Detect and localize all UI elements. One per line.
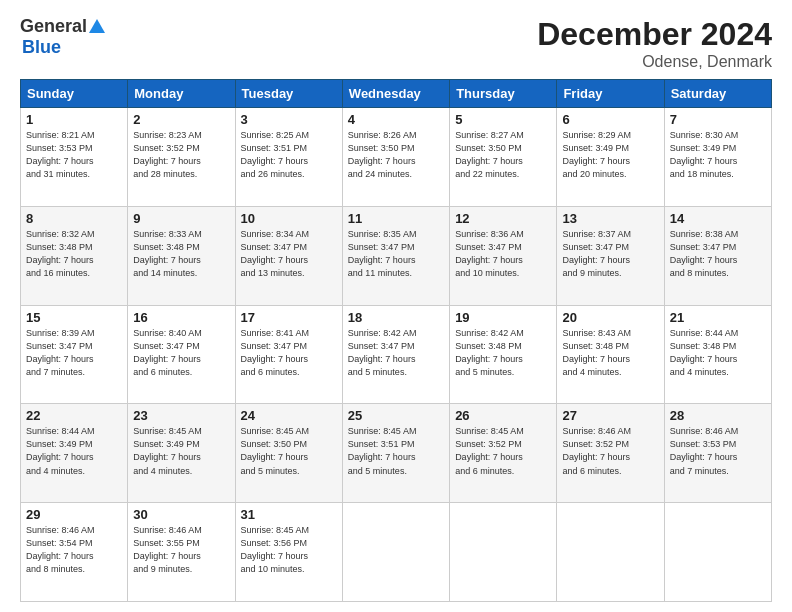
cell-info: Sunrise: 8:45 AMSunset: 3:50 PMDaylight:… — [241, 425, 337, 477]
col-monday: Monday — [128, 80, 235, 108]
calendar-cell: 5Sunrise: 8:27 AMSunset: 3:50 PMDaylight… — [450, 108, 557, 207]
calendar-cell: 11Sunrise: 8:35 AMSunset: 3:47 PMDayligh… — [342, 206, 449, 305]
day-number: 7 — [670, 112, 766, 127]
col-sunday: Sunday — [21, 80, 128, 108]
cell-info: Sunrise: 8:41 AMSunset: 3:47 PMDaylight:… — [241, 327, 337, 379]
calendar-cell: 16Sunrise: 8:40 AMSunset: 3:47 PMDayligh… — [128, 305, 235, 404]
day-number: 17 — [241, 310, 337, 325]
cell-info: Sunrise: 8:37 AMSunset: 3:47 PMDaylight:… — [562, 228, 658, 280]
page: General Blue December 2024 Odense, Denma… — [0, 0, 792, 612]
cell-info: Sunrise: 8:35 AMSunset: 3:47 PMDaylight:… — [348, 228, 444, 280]
day-number: 19 — [455, 310, 551, 325]
cell-info: Sunrise: 8:44 AMSunset: 3:49 PMDaylight:… — [26, 425, 122, 477]
calendar-header-row: Sunday Monday Tuesday Wednesday Thursday… — [21, 80, 772, 108]
col-tuesday: Tuesday — [235, 80, 342, 108]
cell-info: Sunrise: 8:42 AMSunset: 3:48 PMDaylight:… — [455, 327, 551, 379]
cell-info: Sunrise: 8:45 AMSunset: 3:51 PMDaylight:… — [348, 425, 444, 477]
day-number: 24 — [241, 408, 337, 423]
header: General Blue December 2024 Odense, Denma… — [20, 16, 772, 71]
day-number: 29 — [26, 507, 122, 522]
logo: General Blue — [20, 16, 105, 58]
calendar-cell: 7Sunrise: 8:30 AMSunset: 3:49 PMDaylight… — [664, 108, 771, 207]
logo-general-text: General — [20, 16, 87, 37]
day-number: 8 — [26, 211, 122, 226]
calendar-cell: 12Sunrise: 8:36 AMSunset: 3:47 PMDayligh… — [450, 206, 557, 305]
calendar-cell: 25Sunrise: 8:45 AMSunset: 3:51 PMDayligh… — [342, 404, 449, 503]
day-number: 31 — [241, 507, 337, 522]
cell-info: Sunrise: 8:32 AMSunset: 3:48 PMDaylight:… — [26, 228, 122, 280]
day-number: 22 — [26, 408, 122, 423]
day-number: 6 — [562, 112, 658, 127]
cell-info: Sunrise: 8:29 AMSunset: 3:49 PMDaylight:… — [562, 129, 658, 181]
cell-info: Sunrise: 8:36 AMSunset: 3:47 PMDaylight:… — [455, 228, 551, 280]
cell-info: Sunrise: 8:46 AMSunset: 3:54 PMDaylight:… — [26, 524, 122, 576]
calendar-cell: 30Sunrise: 8:46 AMSunset: 3:55 PMDayligh… — [128, 503, 235, 602]
day-number: 26 — [455, 408, 551, 423]
day-number: 18 — [348, 310, 444, 325]
calendar-cell: 3Sunrise: 8:25 AMSunset: 3:51 PMDaylight… — [235, 108, 342, 207]
col-wednesday: Wednesday — [342, 80, 449, 108]
cell-info: Sunrise: 8:26 AMSunset: 3:50 PMDaylight:… — [348, 129, 444, 181]
cell-info: Sunrise: 8:46 AMSunset: 3:55 PMDaylight:… — [133, 524, 229, 576]
calendar-cell: 18Sunrise: 8:42 AMSunset: 3:47 PMDayligh… — [342, 305, 449, 404]
cell-info: Sunrise: 8:34 AMSunset: 3:47 PMDaylight:… — [241, 228, 337, 280]
col-saturday: Saturday — [664, 80, 771, 108]
cell-info: Sunrise: 8:45 AMSunset: 3:56 PMDaylight:… — [241, 524, 337, 576]
cell-info: Sunrise: 8:43 AMSunset: 3:48 PMDaylight:… — [562, 327, 658, 379]
calendar-cell — [664, 503, 771, 602]
calendar-week-row: 29Sunrise: 8:46 AMSunset: 3:54 PMDayligh… — [21, 503, 772, 602]
cell-info: Sunrise: 8:27 AMSunset: 3:50 PMDaylight:… — [455, 129, 551, 181]
day-number: 2 — [133, 112, 229, 127]
day-number: 27 — [562, 408, 658, 423]
calendar-cell: 4Sunrise: 8:26 AMSunset: 3:50 PMDaylight… — [342, 108, 449, 207]
cell-info: Sunrise: 8:33 AMSunset: 3:48 PMDaylight:… — [133, 228, 229, 280]
calendar-cell: 24Sunrise: 8:45 AMSunset: 3:50 PMDayligh… — [235, 404, 342, 503]
calendar-subtitle: Odense, Denmark — [537, 53, 772, 71]
cell-info: Sunrise: 8:21 AMSunset: 3:53 PMDaylight:… — [26, 129, 122, 181]
calendar-cell — [557, 503, 664, 602]
calendar-cell: 2Sunrise: 8:23 AMSunset: 3:52 PMDaylight… — [128, 108, 235, 207]
calendar-cell: 29Sunrise: 8:46 AMSunset: 3:54 PMDayligh… — [21, 503, 128, 602]
cell-info: Sunrise: 8:23 AMSunset: 3:52 PMDaylight:… — [133, 129, 229, 181]
cell-info: Sunrise: 8:45 AMSunset: 3:49 PMDaylight:… — [133, 425, 229, 477]
day-number: 25 — [348, 408, 444, 423]
day-number: 15 — [26, 310, 122, 325]
col-friday: Friday — [557, 80, 664, 108]
calendar-cell: 17Sunrise: 8:41 AMSunset: 3:47 PMDayligh… — [235, 305, 342, 404]
cell-info: Sunrise: 8:46 AMSunset: 3:52 PMDaylight:… — [562, 425, 658, 477]
cell-info: Sunrise: 8:40 AMSunset: 3:47 PMDaylight:… — [133, 327, 229, 379]
calendar-cell: 13Sunrise: 8:37 AMSunset: 3:47 PMDayligh… — [557, 206, 664, 305]
day-number: 14 — [670, 211, 766, 226]
col-thursday: Thursday — [450, 80, 557, 108]
calendar-week-row: 15Sunrise: 8:39 AMSunset: 3:47 PMDayligh… — [21, 305, 772, 404]
calendar-cell: 21Sunrise: 8:44 AMSunset: 3:48 PMDayligh… — [664, 305, 771, 404]
calendar-cell: 10Sunrise: 8:34 AMSunset: 3:47 PMDayligh… — [235, 206, 342, 305]
calendar-week-row: 8Sunrise: 8:32 AMSunset: 3:48 PMDaylight… — [21, 206, 772, 305]
cell-info: Sunrise: 8:44 AMSunset: 3:48 PMDaylight:… — [670, 327, 766, 379]
day-number: 5 — [455, 112, 551, 127]
calendar-week-row: 22Sunrise: 8:44 AMSunset: 3:49 PMDayligh… — [21, 404, 772, 503]
cell-info: Sunrise: 8:42 AMSunset: 3:47 PMDaylight:… — [348, 327, 444, 379]
title-block: December 2024 Odense, Denmark — [537, 16, 772, 71]
calendar-cell: 20Sunrise: 8:43 AMSunset: 3:48 PMDayligh… — [557, 305, 664, 404]
logo-text: General — [20, 16, 105, 37]
calendar-week-row: 1Sunrise: 8:21 AMSunset: 3:53 PMDaylight… — [21, 108, 772, 207]
day-number: 21 — [670, 310, 766, 325]
day-number: 1 — [26, 112, 122, 127]
calendar-title: December 2024 — [537, 16, 772, 53]
calendar-body: 1Sunrise: 8:21 AMSunset: 3:53 PMDaylight… — [21, 108, 772, 602]
calendar-cell — [450, 503, 557, 602]
calendar-cell — [342, 503, 449, 602]
logo-triangle-icon — [89, 19, 105, 33]
calendar-cell: 26Sunrise: 8:45 AMSunset: 3:52 PMDayligh… — [450, 404, 557, 503]
calendar-cell: 22Sunrise: 8:44 AMSunset: 3:49 PMDayligh… — [21, 404, 128, 503]
cell-info: Sunrise: 8:25 AMSunset: 3:51 PMDaylight:… — [241, 129, 337, 181]
calendar-cell: 19Sunrise: 8:42 AMSunset: 3:48 PMDayligh… — [450, 305, 557, 404]
calendar-cell: 23Sunrise: 8:45 AMSunset: 3:49 PMDayligh… — [128, 404, 235, 503]
cell-info: Sunrise: 8:39 AMSunset: 3:47 PMDaylight:… — [26, 327, 122, 379]
calendar-cell: 9Sunrise: 8:33 AMSunset: 3:48 PMDaylight… — [128, 206, 235, 305]
day-number: 13 — [562, 211, 658, 226]
day-number: 10 — [241, 211, 337, 226]
calendar-cell: 31Sunrise: 8:45 AMSunset: 3:56 PMDayligh… — [235, 503, 342, 602]
day-number: 12 — [455, 211, 551, 226]
